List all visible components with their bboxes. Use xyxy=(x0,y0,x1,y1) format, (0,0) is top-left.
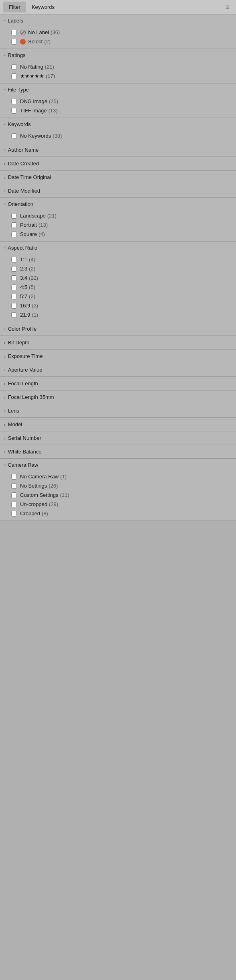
checkbox-1-1[interactable] xyxy=(11,257,17,262)
section-title-serial-number: Serial Number xyxy=(8,435,41,441)
chevron-icon-orientation xyxy=(4,202,5,206)
section-date-time-original[interactable]: › Date Time Original xyxy=(0,171,236,184)
label-select: Select xyxy=(28,39,43,45)
count-3-4: (22) xyxy=(29,275,38,281)
list-item: ★★★★★ (17) xyxy=(0,71,236,81)
checkbox-5-7[interactable] xyxy=(11,294,17,299)
menu-icon[interactable]: ≡ xyxy=(223,2,233,12)
section-content-file-type: DNG image (25) TIFF image (13) xyxy=(0,96,236,118)
chevron-icon-ratings xyxy=(4,53,5,57)
list-item: 4:5 (5) xyxy=(0,283,236,292)
section-aperture-value[interactable]: › Aperture Value xyxy=(0,363,236,377)
section-exposure-time[interactable]: › Exposure Time xyxy=(0,350,236,363)
chevron-icon-aperture-value: › xyxy=(4,368,6,372)
checkbox-five-stars[interactable] xyxy=(11,73,17,79)
checkbox-4-5[interactable] xyxy=(11,285,17,290)
section-title-labels: Labels xyxy=(8,18,23,24)
checkbox-square[interactable] xyxy=(11,232,17,237)
section-header-file-type[interactable]: File Type xyxy=(0,83,236,96)
section-content-aspect-ratio: 1:1 (4) 2:3 (2) 3:4 (22) 4:5 (5) 5:7 (2)… xyxy=(0,254,236,322)
count-un-cropped: (29) xyxy=(49,501,58,507)
count-1-1: (4) xyxy=(29,256,35,262)
checkbox-tiff[interactable] xyxy=(11,108,17,114)
section-header-keywords[interactable]: Keywords xyxy=(0,118,236,130)
checkbox-landscape[interactable] xyxy=(11,213,17,219)
section-serial-number[interactable]: › Serial Number xyxy=(0,431,236,445)
label-1-1: 1:1 xyxy=(20,256,27,262)
section-content-keywords: No Keywords (38) xyxy=(0,130,236,143)
count-select: (2) xyxy=(44,39,51,45)
section-title-lens: Lens xyxy=(8,408,19,414)
chevron-icon-author-name: › xyxy=(4,148,6,152)
section-focal-length-35mm[interactable]: › Focal Length 35mm xyxy=(0,390,236,404)
checkbox-2-3[interactable] xyxy=(11,266,17,272)
section-lens[interactable]: › Lens xyxy=(0,404,236,418)
checkbox-cropped[interactable] xyxy=(11,511,17,516)
count-no-label: (36) xyxy=(51,29,60,35)
checkbox-custom-settings[interactable] xyxy=(11,492,17,498)
label-un-cropped: Un-cropped xyxy=(20,501,47,507)
section-title-date-created: Date Created xyxy=(8,161,39,167)
checkbox-no-rating[interactable] xyxy=(11,64,17,70)
list-item: No Settings (26) xyxy=(0,481,236,490)
checkbox-portrait[interactable] xyxy=(11,222,17,228)
section-title-model: Model xyxy=(8,421,22,427)
list-item: 1:1 (4) xyxy=(0,255,236,264)
count-16-9: (2) xyxy=(32,303,38,309)
filter-header: Filter Keywords ≡ xyxy=(0,0,236,14)
section-title-ratings: Ratings xyxy=(8,52,25,58)
checkbox-no-label[interactable] xyxy=(11,30,17,35)
count-no-rating: (21) xyxy=(45,64,54,70)
checkbox-no-keywords[interactable] xyxy=(11,133,17,139)
tab-filter[interactable]: Filter xyxy=(3,2,26,12)
list-item: Cropped (8) xyxy=(0,509,236,518)
section-title-camera-raw: Camera Raw xyxy=(8,462,38,468)
section-color-profile[interactable]: › Color Profile xyxy=(0,322,236,336)
section-author-name[interactable]: › Author Name xyxy=(0,143,236,157)
chevron-icon-model: › xyxy=(4,422,6,427)
list-item: No Rating (21) xyxy=(0,62,236,71)
section-header-aspect-ratio[interactable]: Aspect Ratio xyxy=(0,242,236,254)
count-no-keywords: (38) xyxy=(53,133,62,139)
label-landscape: Landscape xyxy=(20,213,46,219)
section-header-camera-raw[interactable]: Camera Raw xyxy=(0,459,236,471)
section-date-created[interactable]: › Date Created xyxy=(0,157,236,171)
section-file-type: File Type DNG image (25) TIFF image (13) xyxy=(0,83,236,118)
checkbox-select[interactable] xyxy=(11,39,17,45)
count-five-stars: (17) xyxy=(46,73,55,79)
checkbox-16-9[interactable] xyxy=(11,303,17,309)
list-item: No Camera Raw (1) xyxy=(0,472,236,481)
section-title-exposure-time: Exposure Time xyxy=(8,353,43,359)
label-no-camera-raw: No Camera Raw xyxy=(20,474,59,480)
checkbox-un-cropped[interactable] xyxy=(11,502,17,507)
section-header-orientation[interactable]: Orientation xyxy=(0,198,236,210)
section-white-balance[interactable]: › White Balance xyxy=(0,445,236,459)
count-tiff: (13) xyxy=(48,108,57,114)
section-header-labels[interactable]: Labels xyxy=(0,14,236,27)
chevron-icon-camera-raw xyxy=(4,463,5,467)
label-custom-settings: Custom Settings xyxy=(20,492,58,498)
label-16-9: 16:9 xyxy=(20,303,30,309)
count-custom-settings: (11) xyxy=(60,492,69,498)
tab-keywords[interactable]: Keywords xyxy=(26,2,60,12)
chevron-icon-keywords xyxy=(4,122,5,126)
chevron-icon-date-created: › xyxy=(4,161,6,166)
label-4-5: 4:5 xyxy=(20,284,27,290)
section-title-focal-length: Focal Length xyxy=(8,380,38,386)
checkbox-21-9[interactable] xyxy=(11,312,17,318)
label-2-3: 2:3 xyxy=(20,266,27,272)
section-date-modified[interactable]: › Date Modified xyxy=(0,184,236,198)
checkbox-no-settings[interactable] xyxy=(11,483,17,489)
checkbox-3-4[interactable] xyxy=(11,275,17,281)
list-item: 21:9 (1) xyxy=(0,310,236,319)
list-item: No Keywords (38) xyxy=(0,131,236,140)
section-bit-depth[interactable]: › Bit Depth xyxy=(0,336,236,350)
section-header-ratings[interactable]: Ratings xyxy=(0,49,236,61)
checkbox-dng[interactable] xyxy=(11,99,17,104)
section-model[interactable]: › Model xyxy=(0,418,236,431)
list-item: TIFF image (13) xyxy=(0,106,236,115)
section-focal-length[interactable]: › Focal Length xyxy=(0,377,236,390)
checkbox-no-camera-raw[interactable] xyxy=(11,474,17,480)
chevron-icon-lens: › xyxy=(4,409,6,413)
list-item: 2:3 (2) xyxy=(0,264,236,273)
